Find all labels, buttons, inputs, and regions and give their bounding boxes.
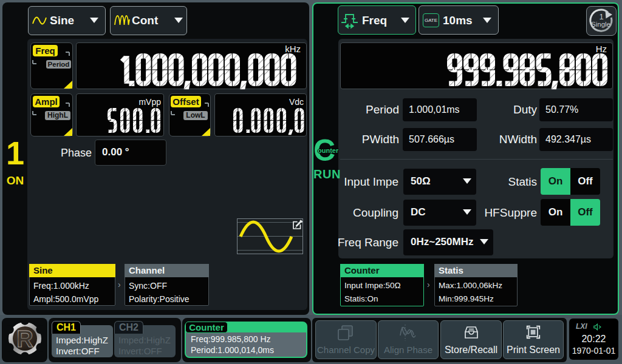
svg-text:Single: Single <box>591 21 610 28</box>
svg-text:1: 1 <box>599 12 603 21</box>
svg-text:R: R <box>16 326 33 352</box>
